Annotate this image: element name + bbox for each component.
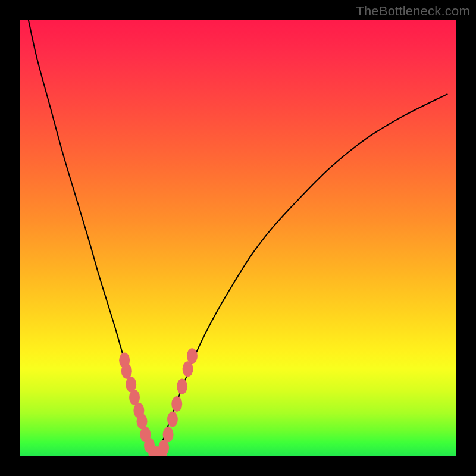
highlight-marker [121,364,132,379]
highlight-marker [129,390,140,405]
highlight-marker [158,440,169,455]
curve-right [155,94,448,456]
plot-area [20,20,456,456]
chart-frame: TheBottleneck.com [0,0,476,476]
highlight-marker [167,412,178,427]
highlight-marker [171,396,182,412]
highlight-marker [163,427,174,442]
highlight-marker [187,348,198,364]
highlight-markers [119,348,198,456]
highlight-marker [177,379,187,394]
chart-overlay [20,20,456,456]
highlight-marker [183,361,193,377]
watermark-text: TheBottleneck.com [356,4,470,19]
